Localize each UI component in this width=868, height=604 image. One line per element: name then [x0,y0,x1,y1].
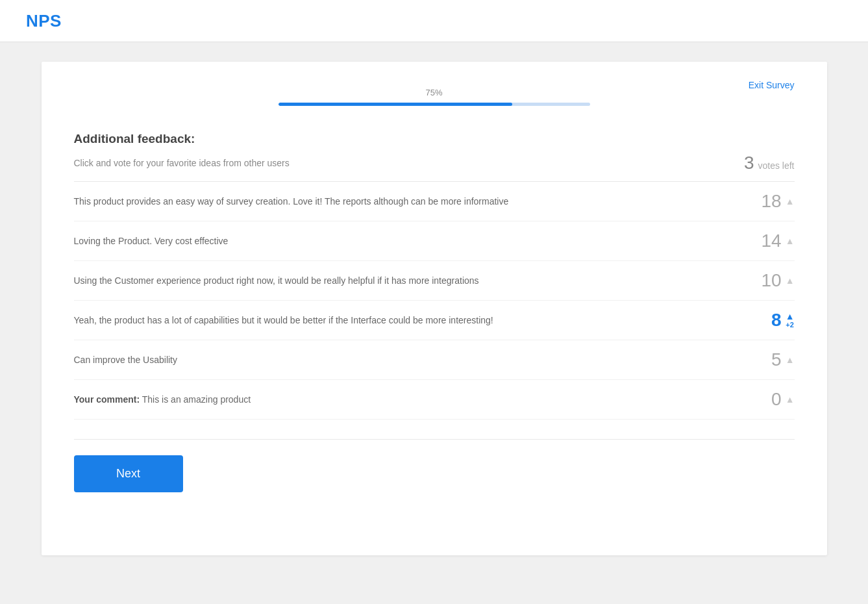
upvote-arrow[interactable]: ▲ [786,312,795,321]
upvote-arrow[interactable]: ▲ [786,276,795,285]
progress-bar-track [279,103,590,106]
feedback-text: Your comment: This is an amazing product [74,394,749,405]
votes-left-label: votes left [758,160,794,171]
comment-label: Your comment: [74,394,140,405]
feedback-item: Yeah, the product has a lot of capabilit… [74,301,795,340]
vote-number: 5 [761,349,782,370]
feedback-item: Can improve the Usability 5 ▲ [74,340,795,380]
vote-section: 8 ▲ +2 [749,310,795,331]
vote-section: 14 ▲ [749,231,795,251]
feedback-text: Can improve the Usability [74,355,749,365]
progress-label: 75% [425,88,442,97]
upvote-arrow[interactable]: ▲ [786,236,795,245]
vote-arrow-group: ▲ [786,395,795,404]
vote-arrow-group: ▲ [786,355,795,364]
progress-section: 75% [74,81,795,106]
feedback-item: Loving the Product. Very cost effective … [74,221,795,261]
top-bar: NPS [0,0,868,42]
next-button[interactable]: Next [74,455,183,492]
vote-arrow-group: ▲ +2 [786,312,795,329]
vote-arrow-group: ▲ [786,197,795,206]
instruction-text: Click and vote for your favorite ideas f… [74,158,290,168]
section-title: Additional feedback: [74,132,795,146]
vote-number: 8 [761,310,782,331]
vote-badge: +2 [786,321,794,329]
vote-number: 0 [761,389,782,410]
survey-card: Exit Survey 75% Additional feedback: Cli… [42,62,827,555]
vote-arrow-group: ▲ [786,236,795,245]
vote-arrow-group: ▲ [786,276,795,285]
upvote-arrow[interactable]: ▲ [786,395,795,404]
feedback-item: Using the Customer experience product ri… [74,261,795,301]
vote-number: 10 [761,270,782,291]
feedback-item: This product provides an easy way of sur… [74,182,795,221]
exit-survey-link[interactable]: Exit Survey [749,80,795,90]
votes-count: 3 [744,153,754,173]
progress-bar-fill [279,103,512,106]
vote-number: 18 [761,191,782,212]
vote-section: 5 ▲ [749,349,795,370]
vote-number: 14 [761,231,782,251]
feedback-item: Your comment: This is an amazing product… [74,380,795,420]
feedback-text: Loving the Product. Very cost effective [74,236,749,246]
upvote-arrow[interactable]: ▲ [786,197,795,206]
instruction-row: Click and vote for your favorite ideas f… [74,153,795,182]
upvote-arrow[interactable]: ▲ [786,355,795,364]
main-wrapper: Exit Survey 75% Additional feedback: Cli… [0,42,868,575]
vote-section: 0 ▲ [749,389,795,410]
feedback-text: Using the Customer experience product ri… [74,275,749,286]
vote-section: 10 ▲ [749,270,795,291]
vote-section: 18 ▲ [749,191,795,212]
votes-left-group: 3 votes left [744,153,795,173]
feedback-list: This product provides an easy way of sur… [74,182,795,420]
bottom-divider [74,439,795,440]
app-title: NPS [26,11,62,31]
feedback-text: This product provides an easy way of sur… [74,196,749,207]
feedback-text: Yeah, the product has a lot of capabilit… [74,315,749,325]
